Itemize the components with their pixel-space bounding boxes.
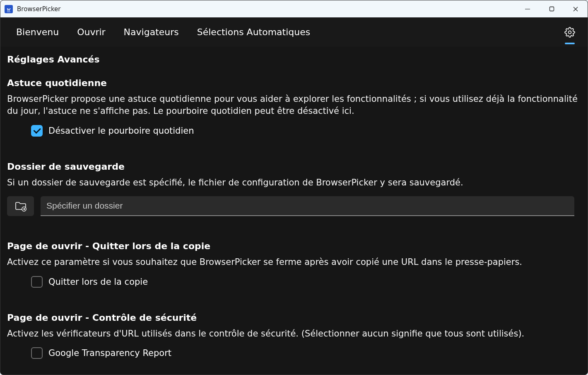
titlebar[interactable]: w BrowserPicker <box>0 0 588 17</box>
content-area: Réglages Avancés Astuce quotidienne Brow… <box>0 47 588 375</box>
navbar: Bienvenu Ouvrir Navigateurs Sélections A… <box>0 17 588 47</box>
window-title: BrowserPicker <box>17 5 60 13</box>
section-security-check: Page de ouvrir - Contrôle de sécurité Ac… <box>7 312 581 359</box>
disable-daily-tip-checkbox[interactable] <box>31 125 43 137</box>
tab-welcome[interactable]: Bienvenu <box>7 17 68 47</box>
app-window: w BrowserPicker Bienvenu Ouvrir Navigate… <box>0 0 588 375</box>
app-icon: w <box>5 5 13 13</box>
security-check-desc: Activez les vérificateurs d'URL utilisés… <box>7 328 581 340</box>
quit-on-copy-label: Quitter lors de la copie <box>48 277 148 287</box>
maximize-button[interactable] <box>540 0 564 17</box>
svg-rect-1 <box>549 7 554 11</box>
disable-daily-tip-label: Désactiver le pourboire quotidien <box>48 126 194 136</box>
folder-arrow-icon <box>14 201 27 212</box>
quit-on-copy-checkbox[interactable] <box>31 276 43 288</box>
tab-open[interactable]: Ouvrir <box>68 17 114 47</box>
google-transparency-label: Google Transparency Report <box>48 348 171 358</box>
section-backup-folder: Dossier de sauvegarde Si un dossier de s… <box>7 161 581 216</box>
svg-point-4 <box>569 31 571 34</box>
section-daily-tip: Astuce quotidienne BrowserPicker propose… <box>7 78 581 137</box>
section-quit-on-copy: Page de ouvrir - Quitter lors de la copi… <box>7 241 581 287</box>
google-transparency-checkbox[interactable] <box>31 347 43 359</box>
settings-button[interactable] <box>559 17 581 47</box>
settings-active-indicator <box>565 43 575 44</box>
quit-on-copy-desc: Activez ce paramètre si vous souhaitez q… <box>7 256 581 268</box>
page-title: Réglages Avancés <box>7 54 581 65</box>
daily-tip-heading: Astuce quotidienne <box>7 78 581 88</box>
backup-folder-heading: Dossier de sauvegarde <box>7 161 581 172</box>
close-button[interactable] <box>564 0 588 17</box>
backup-folder-input[interactable] <box>41 196 574 216</box>
security-check-heading: Page de ouvrir - Contrôle de sécurité <box>7 312 581 323</box>
browse-folder-button[interactable] <box>7 196 34 216</box>
daily-tip-desc: BrowserPicker propose une astuce quotidi… <box>7 93 581 118</box>
minimize-button[interactable] <box>516 0 540 17</box>
backup-folder-desc: Si un dossier de sauvegarde est spécifié… <box>7 177 581 189</box>
tab-browsers[interactable]: Navigateurs <box>115 17 188 47</box>
tab-auto-selections[interactable]: Sélections Automatiques <box>188 17 319 47</box>
quit-on-copy-heading: Page de ouvrir - Quitter lors de la copi… <box>7 241 581 251</box>
